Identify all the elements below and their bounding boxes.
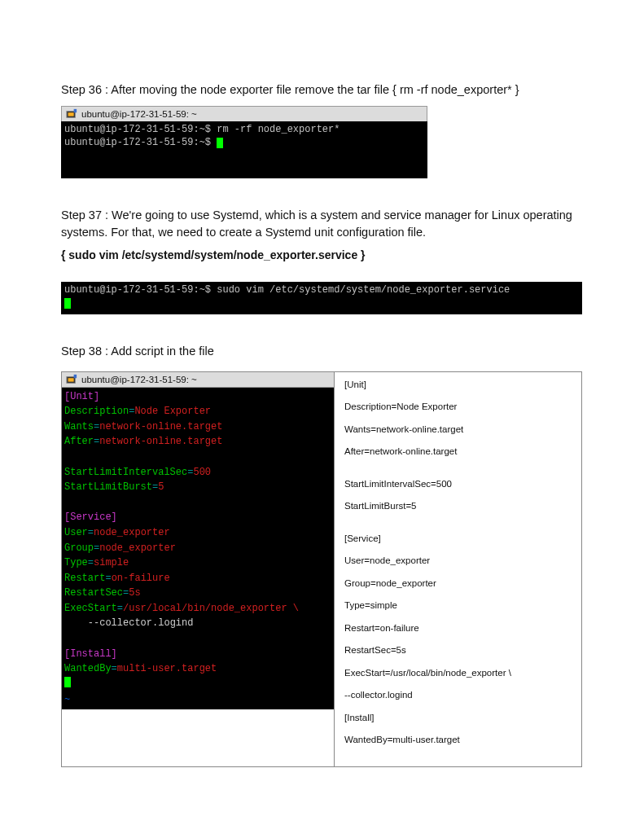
step-38-left-column: ubuntu@ip-172-31-51-59: ~ [Unit] Descrip…: [62, 372, 335, 766]
config-line: RestartSec=5s: [344, 644, 572, 657]
vim-value: multi-user.target: [117, 663, 217, 674]
svg-rect-2: [74, 109, 77, 112]
config-line: StartLimitBurst=5: [344, 500, 572, 513]
terminal-titlebar-36: ubuntu@ip-172-31-51-59: ~: [61, 106, 427, 121]
vim-value: network-online.target: [99, 436, 222, 447]
config-line: [Service]: [344, 533, 572, 546]
step-38-grid: ubuntu@ip-172-31-51-59: ~ [Unit] Descrip…: [61, 371, 582, 767]
prompt: ubuntu@ip-172-31-51-59:~$: [64, 137, 217, 148]
terminal-title-text: ubuntu@ip-172-31-51-59: ~: [81, 375, 197, 384]
putty-icon: [66, 374, 77, 385]
vim-eq: =: [112, 663, 117, 674]
vim-value: on-failure: [112, 573, 170, 584]
command-text: rm -rf node_exporter*: [211, 124, 340, 135]
config-line: [Install]: [344, 712, 572, 725]
vim-key: After: [64, 436, 94, 447]
blank-area: [62, 709, 334, 766]
vim-value: simple: [94, 557, 129, 568]
step-36-heading: Step 36 : After moving the node exporter…: [61, 81, 583, 98]
step-37-section: Step 37 : We're going to use Systemd, wh…: [61, 207, 583, 314]
vim-value: network-online.target: [99, 421, 222, 432]
vim-key: User: [64, 527, 88, 538]
vim-key: WantedBy: [64, 663, 112, 674]
config-line: ExecStart=/usr/local/bin/node_exporter \: [344, 667, 572, 680]
step-38-right-column: [Unit] Description=Node Exporter Wants=n…: [335, 372, 581, 766]
vim-value: 5: [158, 481, 164, 493]
config-line: WantedBy=multi-user.target: [344, 734, 572, 747]
vim-value: 500: [193, 467, 211, 478]
vim-key: StartLimitIntervalSec: [64, 467, 187, 478]
vim-value: node_exporter: [99, 542, 176, 554]
prompt: ubuntu@ip-172-31-51-59:~$: [64, 124, 211, 135]
terminal-36: ubuntu@ip-172-31-51-59:~$ rm -rf node_ex…: [61, 121, 427, 178]
vim-eq: =: [105, 573, 111, 584]
vim-key: Type: [64, 557, 88, 568]
step-38-heading: Step 38 : Add script in the file: [61, 343, 583, 359]
cursor-icon: [64, 677, 71, 687]
vim-continuation: --collector.logind: [64, 617, 193, 629]
vim-value: 5s: [129, 587, 140, 599]
vim-editor: [Unit] Description=Node Exporter Wants=n…: [62, 388, 334, 709]
vim-key: Group: [64, 542, 94, 554]
prompt: ubuntu@ip-172-31-51-59:~$: [64, 284, 211, 296]
config-line: Wants=network-online.target: [344, 424, 572, 437]
vim-key: Restart: [64, 573, 105, 584]
cursor-icon: [217, 138, 223, 148]
vim-value: Node Exporter: [134, 406, 211, 417]
vim-eq: =: [117, 603, 123, 614]
config-line: [Unit]: [344, 379, 572, 392]
svg-rect-4: [68, 378, 74, 381]
config-line: --collector.logind: [344, 689, 572, 702]
vim-section-header: [Unit]: [64, 391, 99, 402]
command-text: sudo vim /etc/systemd/system/node_export…: [211, 284, 510, 296]
svg-rect-1: [68, 113, 74, 116]
config-line: User=node_exporter: [344, 555, 572, 568]
vim-key: RestartSec: [64, 587, 123, 599]
terminal-37: ubuntu@ip-172-31-51-59:~$ sudo vim /etc/…: [61, 282, 582, 314]
vim-key: Wants: [64, 421, 94, 432]
step-37-heading: Step 37 : We're going to use Systemd, wh…: [61, 207, 583, 240]
terminal-titlebar-38: ubuntu@ip-172-31-51-59: ~: [62, 372, 334, 388]
vim-tilde: ~: [64, 694, 70, 705]
vim-value: node_exporter: [94, 527, 170, 538]
step-38-section: Step 38 : Add script in the file ubuntu@…: [61, 343, 583, 767]
cursor-icon: [64, 298, 71, 309]
vim-eq: =: [88, 527, 94, 538]
vim-section-header: [Install]: [64, 648, 117, 660]
terminal-title-text: ubuntu@ip-172-31-51-59: ~: [81, 109, 197, 119]
config-line: Restart=on-failure: [344, 622, 572, 635]
vim-section-header: [Service]: [64, 511, 117, 523]
vim-value: /usr/local/bin/node_exporter \: [123, 603, 299, 614]
vim-key: Description: [64, 406, 129, 417]
step-37-command-bold: { sudo vim /etc/systemd/system/node_expo…: [61, 248, 583, 261]
config-line: StartLimitIntervalSec=500: [344, 478, 572, 491]
svg-rect-5: [74, 374, 77, 377]
config-line: After=network-online.target: [344, 446, 572, 459]
config-line: Group=node_exporter: [344, 577, 572, 590]
vim-eq: =: [88, 557, 94, 568]
putty-icon: [66, 108, 77, 120]
config-line: Type=simple: [344, 599, 572, 612]
vim-key: ExecStart: [64, 603, 117, 614]
vim-key: StartLimitBurst: [64, 481, 152, 493]
step-36-section: Step 36 : After moving the node exporter…: [61, 81, 583, 178]
config-line: Description=Node Exporter: [344, 401, 572, 414]
